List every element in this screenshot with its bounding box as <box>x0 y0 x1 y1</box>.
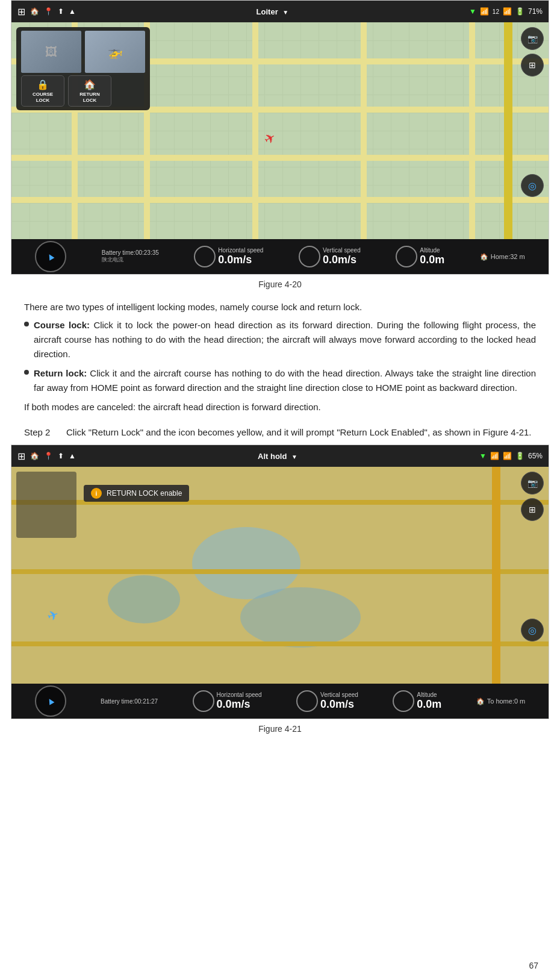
intro-text: There are two types of intelligent locki… <box>24 300 536 314</box>
page-number: 67 <box>529 961 538 970</box>
alt-circle-fig21 <box>393 690 414 712</box>
course-lock-label: COURSELOCK <box>33 92 53 103</box>
step-2-text: Click "Return Lock" and the icon becomes… <box>66 425 536 440</box>
alt-circle <box>396 246 417 267</box>
map-top-right-fig20: 📷 ⊞ <box>521 27 544 76</box>
signal-strength-fig20: 12 <box>493 8 499 15</box>
lock-buttons-row: 🔒 COURSELOCK 🏠 RETURNLOCK <box>21 75 145 107</box>
status-bar-fig20: Battery time:00:23:35 陕北电流 Horizontal sp… <box>11 239 549 274</box>
return-lock-badge: i RETURN LOCK enable <box>84 485 189 502</box>
thumbnail2-fig20: 🚁 <box>85 31 145 73</box>
navigation-icon-fig21: ▲ <box>69 452 76 460</box>
home-distance-fig20: 🏠 Home:32 m <box>480 253 525 261</box>
filter-icon: ▼ <box>469 7 476 16</box>
h-speed-label: Horizontal speed <box>218 247 263 254</box>
home-icon-fig21: 🏠 <box>30 452 39 460</box>
wifi-icon: 📶 <box>503 7 512 16</box>
return-lock-badge-text: RETURN LOCK enable <box>107 489 182 498</box>
layers-button-fig21[interactable]: ⊞ <box>521 498 544 521</box>
upload-icon: ⬆ <box>58 7 64 16</box>
flight-mode-fig20: Loiter ▼ <box>257 7 289 16</box>
horizontal-speed-fig21: Horizontal speed 0.0m/s <box>193 690 262 712</box>
screenshot-fig20: ⊞ 🏠 📍 ⬆ ▲ Loiter ▼ ▼ 📶 12 📶 🔋 71% <box>11 0 549 275</box>
top-bar-fig20: ⊞ 🏠 📍 ⬆ ▲ Loiter ▼ ▼ 📶 12 📶 🔋 71% <box>11 1 549 22</box>
road-h2-fig21 <box>11 569 549 574</box>
v-speed-value: 0.0m/s <box>323 254 361 266</box>
alt-value: 0.0m <box>420 254 444 266</box>
return-lock-dot: i <box>91 488 102 499</box>
locate-button-fig21[interactable]: ◎ <box>521 619 544 641</box>
joystick-fig20 <box>35 241 66 272</box>
home-icon: 🏠 <box>30 7 39 16</box>
return-lock-button[interactable]: 🏠 RETURNLOCK <box>68 75 111 107</box>
course-lock-button[interactable]: 🔒 COURSELOCK <box>21 75 64 107</box>
status-bar-fig21: Battery time:00:21:27 Horizontal speed 0… <box>11 684 549 719</box>
figure-20-container: ⊞ 🏠 📍 ⬆ ▲ Loiter ▼ ▼ 📶 12 📶 🔋 71% <box>0 0 560 275</box>
map-fig20: ✈ 🖼 🚁 🔒 COURSELOCK <box>11 22 549 239</box>
map-fig21: i RETURN LOCK enable ✈ 📷 ⊞ ◎ <box>11 467 549 684</box>
signal-icon: 📶 <box>480 7 489 16</box>
screenshot-fig21: ⊞ 🏠 📍 ⬆ ▲ Alt hold ▼ ▼ 📶 📶 🔋 65% <box>11 445 549 719</box>
text-content: There are two types of intelligent locki… <box>0 298 560 420</box>
road-h4 <box>11 197 549 203</box>
thumbnail-fig20: 🖼 <box>21 31 81 73</box>
vertical-speed-fig20: Vertical speed 0.0m/s <box>299 246 361 267</box>
altitude-fig21: Altitude 0.0m <box>393 690 441 712</box>
h-speed-label-fig21: Horizontal speed <box>217 691 262 698</box>
locate-button-fig20[interactable]: ◎ <box>521 174 544 197</box>
v-speed-value-fig21: 0.0m/s <box>320 698 358 711</box>
road-v5 <box>469 22 475 239</box>
grid-icon-fig21: ⊞ <box>17 451 25 462</box>
bullet-1-text: Course lock: Click it to lock the power-… <box>34 318 536 361</box>
caption-fig21: Figure 4-21 <box>0 724 560 734</box>
h-speed-circle-fig21 <box>193 690 214 712</box>
vertical-speed-fig21: Vertical speed 0.0m/s <box>296 690 358 712</box>
joystick-fig21 <box>35 685 66 717</box>
bullet-2-body: Click it and the aircraft course has not… <box>34 368 536 393</box>
top-bar-right-fig20: ▼ 📶 12 📶 🔋 71% <box>469 7 543 16</box>
bullet-1-title: Course lock: <box>34 320 90 330</box>
home-icon-status: 🏠 <box>480 253 488 261</box>
alt-value-fig21: 0.0m <box>417 698 441 711</box>
camera-button-fig20[interactable]: 📷 <box>521 27 544 50</box>
grid-icon: ⊞ <box>17 6 25 17</box>
left-panel-placeholder <box>16 472 76 538</box>
bullet-2-text: Return lock: Click it and the aircraft c… <box>34 366 536 395</box>
yellow-road-fig21 <box>492 467 500 684</box>
terrain-water-3 <box>240 587 361 648</box>
v-speed-label: Vertical speed <box>323 247 361 254</box>
top-bar-right-fig21: ▼ 📶 📶 🔋 65% <box>479 452 543 460</box>
step-2-label: Step 2 <box>24 425 66 440</box>
h-speed-value-fig21: 0.0m/s <box>217 698 262 711</box>
battery-icon: 🔋 <box>515 7 524 16</box>
terrain-water-2 <box>108 575 180 623</box>
signal-icon-fig21: 📶 <box>490 452 499 460</box>
alt-label-fig21: Altitude <box>417 691 441 698</box>
bullet-list: Course lock: Click it to lock the power-… <box>24 318 536 395</box>
road-h3-fig21 <box>11 641 549 646</box>
battery-time-fig20: Battery time:00:23:35 陕北电流 <box>102 249 159 264</box>
v-speed-circle <box>299 246 320 267</box>
altitude-fig20: Altitude 0.0m <box>396 246 444 267</box>
upload-icon-fig21: ⬆ <box>58 452 64 460</box>
course-lock-icon: 🔒 <box>37 79 49 90</box>
alt-label: Altitude <box>420 247 444 254</box>
horizontal-speed-fig20: Horizontal speed 0.0m/s <box>194 246 263 267</box>
road-v3 <box>252 22 258 239</box>
battery-pct-fig21: 65% <box>528 452 543 460</box>
bullet-dot-1 <box>24 322 29 326</box>
bullet-2-title: Return lock: <box>34 368 87 378</box>
camera-button-fig21[interactable]: 📷 <box>521 472 544 495</box>
yellow-road-v <box>504 22 512 239</box>
if-both-text: If both modes are canceled: the aircraft… <box>24 400 536 414</box>
v-speed-label-fig21: Vertical speed <box>320 691 358 698</box>
bullet-item-1: Course lock: Click it to lock the power-… <box>24 318 536 361</box>
layers-button-fig20[interactable]: ⊞ <box>521 54 544 76</box>
home-distance-fig21: 🏠 To home:0 m <box>476 698 526 705</box>
caption-fig20: Figure 4-20 <box>0 279 560 289</box>
home-icon-status-fig21: 🏠 <box>476 698 485 705</box>
navigation-icon: ▲ <box>69 7 76 16</box>
top-bar-fig21: ⊞ 🏠 📍 ⬆ ▲ Alt hold ▼ ▼ 📶 📶 🔋 65% <box>11 445 549 467</box>
return-lock-label: RETURNLOCK <box>79 92 99 103</box>
battery-time-fig21: Battery time:00:21:27 <box>101 698 158 705</box>
